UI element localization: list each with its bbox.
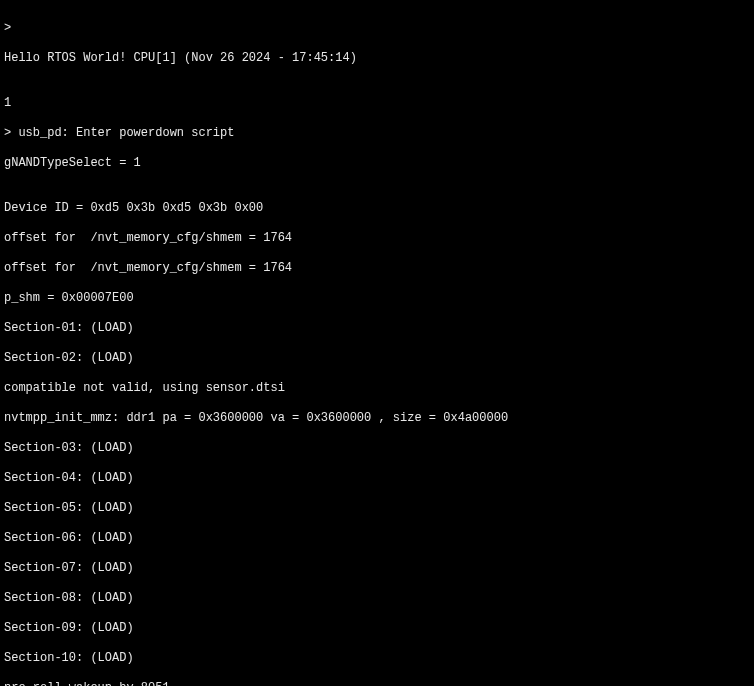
log-line: Section-10: (LOAD) xyxy=(4,651,750,666)
log-line: Section-06: (LOAD) xyxy=(4,531,750,546)
log-line: Section-08: (LOAD) xyxy=(4,591,750,606)
log-line: Section-02: (LOAD) xyxy=(4,351,750,366)
log-line: Section-03: (LOAD) xyxy=(4,441,750,456)
log-line: offset for /nvt_memory_cfg/shmem = 1764 xyxy=(4,231,750,246)
log-line: > usb_pd: Enter powerdown script xyxy=(4,126,750,141)
terminal-output: > Hello RTOS World! CPU[1] (Nov 26 2024 … xyxy=(0,0,754,686)
log-line: > xyxy=(4,21,750,36)
log-line: Device ID = 0xd5 0x3b 0xd5 0x3b 0x00 xyxy=(4,201,750,216)
log-line: nvtmpp_init_mmz: ddr1 pa = 0x3600000 va … xyxy=(4,411,750,426)
log-line: Section-09: (LOAD) xyxy=(4,621,750,636)
log-line: Section-04: (LOAD) xyxy=(4,471,750,486)
log-line: Section-05: (LOAD) xyxy=(4,501,750,516)
log-line: Section-07: (LOAD) xyxy=(4,561,750,576)
log-line: pre-roll wakeup by 8051 xyxy=(4,681,750,686)
log-line: Section-01: (LOAD) xyxy=(4,321,750,336)
log-line: 1 xyxy=(4,96,750,111)
log-line: offset for /nvt_memory_cfg/shmem = 1764 xyxy=(4,261,750,276)
log-line: gNANDTypeSelect = 1 xyxy=(4,156,750,171)
log-line: compatible not valid, using sensor.dtsi xyxy=(4,381,750,396)
log-line: p_shm = 0x00007E00 xyxy=(4,291,750,306)
log-line: Hello RTOS World! CPU[1] (Nov 26 2024 - … xyxy=(4,51,750,66)
